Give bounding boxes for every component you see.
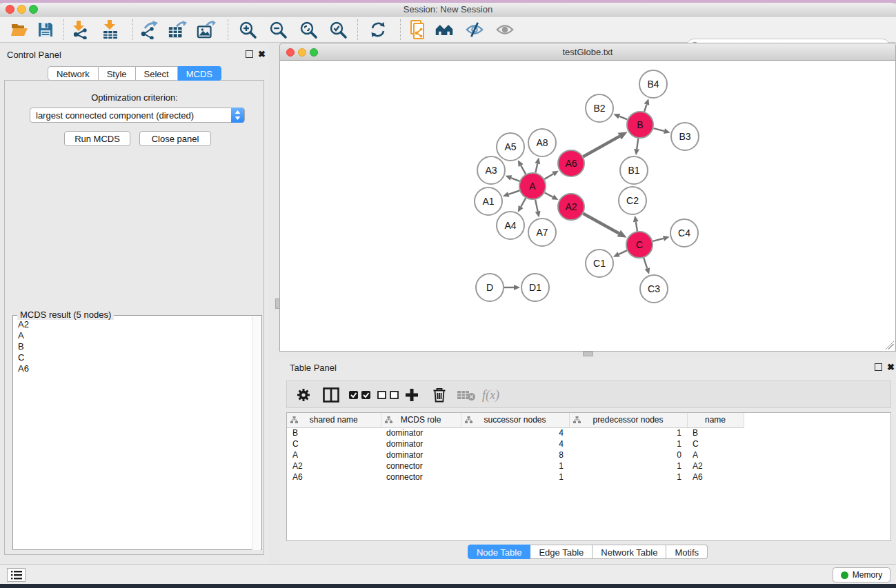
hide-selected-icon[interactable] — [465, 20, 484, 39]
function-icon[interactable]: f(x) — [482, 387, 499, 403]
tab-style[interactable]: Style — [99, 66, 136, 81]
column-layout-icon[interactable] — [323, 387, 339, 403]
close-panel-icon[interactable]: ✖ — [258, 50, 266, 58]
graph-edge-A-A8[interactable] — [535, 163, 537, 172]
criterion-dropdown[interactable]: largest connected component (directed) — [30, 108, 245, 123]
column-header-name[interactable]: name — [687, 413, 744, 427]
table-cell[interactable]: B — [687, 427, 744, 438]
select-all-icon[interactable] — [349, 387, 372, 403]
network-minimize-button[interactable] — [298, 48, 306, 57]
table-cell[interactable]: 1 — [569, 472, 687, 483]
table-cell[interactable]: dominator — [381, 427, 461, 438]
table-cell[interactable]: 1 — [569, 427, 687, 438]
table-cell[interactable]: dominator — [381, 449, 461, 460]
open-session-icon[interactable] — [10, 20, 29, 39]
zoom-in-icon[interactable] — [238, 20, 257, 39]
network-canvas[interactable]: AA1A2A3A4A5A6A7A8BB1B2B3B4CC1C2C3C4DD1 — [279, 61, 896, 352]
splitter-handle[interactable] — [275, 298, 280, 309]
import-table-icon[interactable] — [101, 20, 120, 39]
export-table-icon[interactable] — [168, 20, 187, 39]
tab-network[interactable]: Network — [48, 66, 99, 81]
maximize-window-button[interactable] — [29, 5, 38, 14]
delete-icon[interactable] — [432, 387, 446, 403]
run-mcds-button[interactable]: Run MCDS — [64, 131, 130, 146]
mcds-result-item[interactable]: A — [14, 330, 252, 341]
table-cell[interactable]: A2 — [287, 460, 381, 472]
table-cell[interactable]: 4 — [461, 427, 569, 438]
tab-node-table[interactable]: Node Table — [468, 545, 531, 559]
graph-edge-A-A7[interactable] — [535, 200, 538, 212]
graph-edge-C-C3[interactable] — [644, 258, 647, 269]
mcds-result-item[interactable]: C — [14, 352, 252, 363]
close-window-button[interactable] — [6, 5, 14, 14]
tab-mcds[interactable]: MCDS — [178, 66, 221, 81]
column-header-successor-nodes[interactable]: successor nodes — [461, 413, 569, 427]
table-cell[interactable]: A — [687, 449, 744, 460]
settings-gear-icon[interactable] — [296, 387, 311, 403]
task-history-button[interactable] — [7, 568, 26, 582]
zoom-out-icon[interactable] — [268, 20, 288, 39]
refresh-icon[interactable] — [368, 20, 388, 39]
table-cell[interactable]: A6 — [287, 472, 381, 483]
table-cell[interactable]: connector — [381, 472, 461, 483]
mcds-result-item[interactable]: A6 — [14, 363, 252, 374]
tab-edge-table[interactable]: Edge Table — [530, 545, 593, 559]
graph-edge-A2-C[interactable] — [583, 214, 619, 234]
save-session-icon[interactable] — [36, 20, 55, 39]
network-from-selection-icon[interactable] — [408, 20, 428, 39]
graph-edge-A-A6[interactable] — [544, 174, 553, 179]
table-cell[interactable]: dominator — [381, 438, 461, 449]
mcds-result-item[interactable]: A2 — [14, 318, 252, 330]
graph-edge-C-C4[interactable] — [653, 239, 664, 241]
float-panel-icon[interactable] — [875, 363, 882, 371]
graph-edge-B-B3[interactable] — [653, 128, 664, 131]
export-network-icon[interactable] — [139, 20, 159, 39]
graph-edge-A-A5[interactable] — [521, 165, 526, 174]
import-network-icon[interactable] — [70, 20, 90, 39]
table-cell[interactable]: A — [287, 449, 381, 460]
graph-edge-A-A4[interactable] — [521, 198, 526, 207]
memory-button[interactable]: Memory — [833, 567, 890, 582]
tab-select[interactable]: Select — [136, 66, 178, 81]
table-cell[interactable]: 1 — [569, 438, 687, 449]
network-graph[interactable]: AA1A2A3A4A5A6A7A8BB1B2B3B4CC1C2C3C4DD1 — [281, 61, 895, 350]
table-cell[interactable]: 8 — [461, 449, 569, 460]
tab-network-table[interactable]: Network Table — [593, 545, 666, 559]
add-column-icon[interactable] — [404, 387, 419, 403]
table-row[interactable]: Cdominator41C — [287, 438, 744, 449]
table-cell[interactable]: C — [687, 438, 744, 449]
table-cell[interactable]: A2 — [687, 460, 744, 472]
zoom-fit-icon[interactable] — [299, 20, 318, 39]
table-cell[interactable]: 1 — [569, 460, 687, 472]
table-cell[interactable]: B — [287, 427, 381, 438]
column-header-MCDS-role[interactable]: MCDS role — [381, 413, 461, 427]
float-panel-icon[interactable] — [246, 50, 253, 58]
graph-edge-B-B2[interactable] — [619, 116, 628, 120]
table-cell[interactable]: 1 — [461, 460, 569, 472]
graph-edge-A-A3[interactable] — [511, 178, 519, 181]
tab-motifs[interactable]: Motifs — [666, 545, 708, 559]
table-row[interactable]: A2connector11A2 — [287, 460, 744, 472]
table-row[interactable]: Bdominator41B — [287, 427, 744, 438]
graph-edge-B-B4[interactable] — [644, 105, 646, 112]
graph-edge-A-A2[interactable] — [545, 192, 553, 196]
graph-edge-A-A1[interactable] — [508, 191, 519, 194]
first-neighbors-icon[interactable] — [435, 20, 454, 39]
table-cell[interactable]: 1 — [461, 472, 569, 483]
mcds-list-scrollbar[interactable] — [252, 316, 261, 550]
column-header-predecessor-nodes[interactable]: predecessor nodes — [569, 413, 687, 427]
network-window-titlebar[interactable]: testGlobe.txt — [279, 43, 896, 61]
close-panel-icon[interactable]: ✖ — [887, 363, 895, 371]
graph-edge-C-C1[interactable] — [619, 250, 627, 254]
graph-edge-A6-B[interactable] — [583, 136, 619, 157]
delete-table-icon[interactable] — [457, 387, 476, 403]
table-cell[interactable]: C — [287, 438, 381, 449]
network-maximize-button[interactable] — [310, 48, 318, 57]
column-header-shared-name[interactable]: shared name — [287, 413, 381, 427]
show-all-icon[interactable] — [495, 20, 515, 39]
graph-edge-B-B1[interactable] — [637, 139, 638, 149]
table-cell[interactable]: 0 — [569, 449, 687, 460]
export-image-icon[interactable] — [197, 20, 216, 39]
mcds-result-item[interactable]: B — [14, 341, 252, 352]
deselect-all-icon[interactable] — [377, 387, 401, 403]
